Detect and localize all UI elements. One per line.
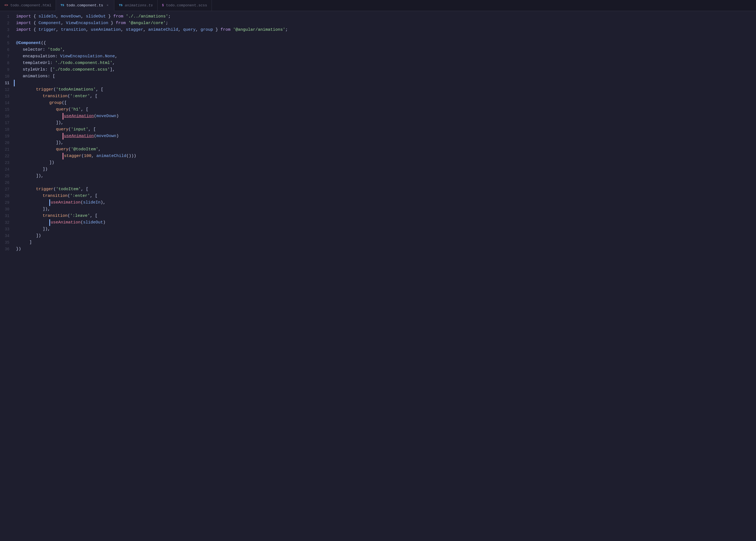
ln-17: 17 [0, 120, 9, 126]
ln-31: 31 [0, 213, 9, 219]
code-line-25: ]), [16, 173, 756, 180]
tab-label-scss: todo.component.scss [166, 3, 207, 8]
code-line-18: query ( 'input' , [ [16, 126, 756, 133]
code-line-7: encapsulation : ViewEncapsulation . None… [16, 53, 756, 60]
code-line-29: useAnimation ( slideIn ), [16, 199, 756, 206]
tab-html[interactable]: <> todo.component.html [0, 0, 56, 11]
tab-icon-scss: § [162, 3, 164, 8]
ln-14: 14 [0, 100, 9, 106]
ln-3: 3 [0, 27, 9, 33]
ln-22: 22 [0, 153, 9, 160]
tab-bar: <> todo.component.html TS todo.component… [0, 0, 756, 11]
code-line-10: animations : [ [16, 73, 756, 80]
ln-28: 28 [0, 193, 9, 199]
ln-8: 8 [0, 60, 9, 66]
code-line-12: trigger ( 'todoAnimations' , [ [16, 86, 756, 93]
code-line-34: ]) [16, 233, 756, 239]
ln-4: 4 [0, 33, 9, 40]
code-content[interactable]: import { slideIn , moveDown , slideOut }… [14, 11, 756, 541]
code-line-20: ]), [16, 140, 756, 146]
code-line-16: useAnimation ( moveDown ) [16, 113, 756, 120]
ln-23: 23 [0, 160, 9, 166]
code-line-1: import { slideIn , moveDown , slideOut }… [16, 13, 756, 20]
tab-label-html: todo.component.html [10, 3, 51, 8]
tab-scss[interactable]: § todo.component.scss [158, 0, 212, 11]
code-line-3: import { trigger , transition , useAnima… [16, 27, 756, 33]
tab-close-ts[interactable]: ✕ [105, 3, 110, 8]
ln-36: 36 [0, 246, 9, 253]
code-line-27: trigger ( 'todoItem' , [ [16, 186, 756, 193]
code-line-23: ]) [16, 160, 756, 166]
tab-icon-animations: TS [119, 3, 122, 8]
code-line-17: ]), [16, 120, 756, 126]
ln-21: 21 [0, 146, 9, 153]
code-line-5: @Component ({ [16, 40, 756, 47]
code-line-2: import { Component , ViewEncapsulation }… [16, 20, 756, 27]
tab-icon-ts: TS [60, 3, 64, 8]
kw-import-1: import [16, 13, 31, 20]
code-line-11 [16, 80, 756, 86]
ln-11: 11 [0, 80, 9, 86]
code-line-31: transition ( ':leave' , [ [16, 213, 756, 219]
ln-5: 5 [0, 40, 9, 47]
code-area: 1 2 3 4 5 6 7 8 9 10 11 12 13 14 15 16 1… [0, 11, 756, 541]
tab-icon-html: <> [4, 3, 8, 8]
tab-animations[interactable]: TS animations.ts [114, 0, 158, 11]
code-line-4 [16, 33, 756, 40]
code-line-6: selector : 'todo' , [16, 47, 756, 53]
ln-24: 24 [0, 166, 9, 173]
code-line-35: ] [16, 239, 756, 246]
ln-35: 35 [0, 239, 9, 246]
ln-26: 26 [0, 180, 9, 186]
code-line-9: styleUrls : [ './todo.component.scss' ], [16, 66, 756, 73]
code-line-22: stagger ( 100 , animateChild ())) [16, 153, 756, 160]
code-line-36: } ) [16, 246, 756, 253]
ln-18: 18 [0, 126, 9, 133]
ln-7: 7 [0, 53, 9, 60]
ln-32: 32 [0, 219, 9, 226]
code-line-21: query ( '@todoItem' , [16, 146, 756, 153]
code-line-14: group ([ [16, 100, 756, 106]
code-line-30: ]), [16, 206, 756, 213]
tab-label-ts: todo.component.ts [66, 3, 103, 8]
code-line-24: ]) [16, 166, 756, 173]
tab-label-animations: animations.ts [125, 3, 153, 8]
code-line-19: useAnimation ( moveDown ) [16, 133, 756, 140]
ln-29: 29 [0, 199, 9, 206]
ln-2: 2 [0, 20, 9, 27]
ln-1: 1 [0, 13, 9, 20]
ln-25: 25 [0, 173, 9, 180]
editor-container: <> todo.component.html TS todo.component… [0, 0, 756, 541]
ln-27: 27 [0, 186, 9, 193]
code-line-13: transition ( ':enter' , [ [16, 93, 756, 100]
tab-ts[interactable]: TS todo.component.ts ✕ [56, 0, 114, 11]
line-numbers: 1 2 3 4 5 6 7 8 9 10 11 12 13 14 15 16 1… [0, 11, 14, 541]
ln-19: 19 [0, 133, 9, 140]
ln-13: 13 [0, 93, 9, 100]
ln-15: 15 [0, 106, 9, 113]
ln-30: 30 [0, 206, 9, 213]
code-line-15: query ( 'h1' , [ [16, 106, 756, 113]
ln-16: 16 [0, 113, 9, 120]
ln-33: 33 [0, 226, 9, 233]
ln-10: 10 [0, 73, 9, 80]
code-line-28: transition ( ':enter' , [ [16, 193, 756, 199]
code-line-32: useAnimation ( slideOut ) [16, 219, 756, 226]
ln-20: 20 [0, 140, 9, 146]
code-line-26 [16, 180, 756, 186]
ln-12: 12 [0, 86, 9, 93]
ln-6: 6 [0, 47, 9, 53]
ln-9: 9 [0, 66, 9, 73]
ln-34: 34 [0, 233, 9, 239]
code-line-8: templateUrl : './todo.component.html' , [16, 60, 756, 66]
code-line-33: ]), [16, 226, 756, 233]
